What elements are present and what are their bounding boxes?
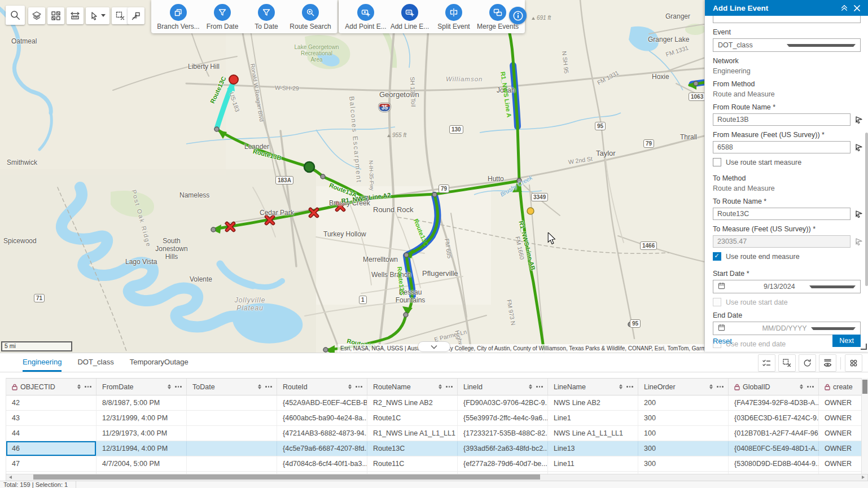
sort-icon[interactable] xyxy=(529,383,532,391)
column-header[interactable]: RouteId xyxy=(277,379,367,395)
sort-icon[interactable] xyxy=(439,383,442,391)
search-button[interactable] xyxy=(6,6,25,25)
clear-table-selection-button[interactable] xyxy=(778,354,796,372)
table-cell[interactable]: NWS Line A1_L1_LL1 xyxy=(548,426,638,441)
sort-icon[interactable] xyxy=(800,383,803,391)
clear-selection-button[interactable] xyxy=(112,7,129,24)
add-line-event-button[interactable]: Add Line E... xyxy=(389,4,430,30)
reset-link[interactable]: Reset xyxy=(713,337,732,345)
table-cell[interactable]: {393ad56f-2a63-48fd-bc2... xyxy=(458,441,548,456)
next-button[interactable]: Next xyxy=(832,335,861,347)
scroll-right-icon[interactable] xyxy=(862,476,866,479)
close-button[interactable] xyxy=(851,2,863,14)
column-menu-icon[interactable] xyxy=(806,386,815,388)
table-cell[interactable]: OWNER xyxy=(819,426,862,441)
table-row[interactable]: 428/8/1987, 5:00 PM{452A9ABD-E0EF-4CEB-B… xyxy=(6,395,862,411)
attribution-collapse-button[interactable] xyxy=(418,341,450,352)
column-menu-icon[interactable] xyxy=(354,386,363,388)
column-menu-icon[interactable] xyxy=(445,386,454,388)
column-header[interactable]: create xyxy=(819,379,862,395)
table-cell[interactable]: 100 xyxy=(638,426,729,441)
table-cell[interactable]: {53080D9D-ED8B-4044-9... xyxy=(729,456,819,471)
hide-fields-button[interactable] xyxy=(819,354,836,372)
table-cell[interactable] xyxy=(187,395,277,410)
layers-button[interactable] xyxy=(28,7,45,24)
column-menu-icon[interactable] xyxy=(84,386,93,388)
use-route-start-measure-checkbox[interactable] xyxy=(713,158,721,166)
sort-icon[interactable] xyxy=(168,383,171,391)
table-cell[interactable]: NWS Line AB2 xyxy=(548,395,638,410)
split-event-button[interactable]: Split Event xyxy=(433,4,474,30)
table-cell[interactable]: Route1C xyxy=(367,411,458,425)
edit-tool-button[interactable] xyxy=(128,7,144,24)
sort-icon[interactable] xyxy=(619,383,622,391)
select-on-map-icon[interactable] xyxy=(854,236,864,247)
sort-icon[interactable] xyxy=(348,383,352,391)
select-button[interactable] xyxy=(86,7,109,24)
table-cell[interactable]: R1_NWS Line A1_L1_LL1 xyxy=(367,426,458,441)
show-selected-button[interactable] xyxy=(758,354,775,372)
table-row[interactable]: 4612/31/1994, 4:00 PM{4c5e79a6-6687-4207… xyxy=(6,441,862,456)
to-measure-input[interactable] xyxy=(713,235,851,248)
table-cell[interactable]: {4d7084c8-6cf4-40f1-ba3... xyxy=(277,456,367,471)
tab-dot-class[interactable]: DOT_class xyxy=(77,353,113,372)
table-cell[interactable] xyxy=(187,456,277,471)
table-cell[interactable]: {17233217-535B-488C-82... xyxy=(458,426,548,441)
table-cell[interactable]: 12/31/1994, 4:00 PM xyxy=(97,441,187,456)
table-cell[interactable]: Line1 xyxy=(548,411,638,425)
table-cell[interactable]: OWNER xyxy=(819,395,862,410)
table-cell[interactable]: {012B70B1-A2F7-4A4F-96... xyxy=(729,426,819,441)
table-cell[interactable]: OWNER xyxy=(819,411,862,425)
refresh-button[interactable] xyxy=(799,354,816,372)
branch-versions-button[interactable]: Branch Vers... xyxy=(158,4,199,30)
select-on-map-icon[interactable] xyxy=(854,209,864,219)
scrollbar-thumb[interactable] xyxy=(33,474,540,480)
to-date-button[interactable]: To Date xyxy=(246,4,287,30)
table-cell[interactable]: 44 xyxy=(6,426,97,441)
table-cell[interactable]: {4600abc5-ba90-4e24-8a... xyxy=(277,411,367,425)
sort-icon[interactable] xyxy=(709,383,713,391)
table-cell[interactable]: Route11C xyxy=(367,456,458,471)
clipped-field[interactable] xyxy=(713,16,861,23)
from-date-button[interactable]: From Date xyxy=(202,4,243,30)
event-select[interactable]: DOT_class xyxy=(713,38,861,52)
to-route-input[interactable] xyxy=(713,208,851,220)
use-route-end-measure-checkbox[interactable] xyxy=(713,252,721,261)
table-cell[interactable]: OWNER xyxy=(819,456,862,471)
column-menu-icon[interactable] xyxy=(174,386,183,388)
table-cell[interactable]: Line11 xyxy=(548,456,638,471)
column-menu-icon[interactable] xyxy=(625,386,634,388)
table-cell[interactable]: 43 xyxy=(6,411,97,425)
table-cell[interactable]: 4/7/2004, 5:00 PM xyxy=(97,456,187,471)
table-cell[interactable]: 8/8/1987, 5:00 PM xyxy=(97,395,187,410)
table-cell[interactable]: 47 xyxy=(6,456,97,471)
table-cell[interactable]: 42 xyxy=(6,395,97,410)
vertical-scrollbar[interactable] xyxy=(861,378,868,475)
scrollbar-thumb[interactable] xyxy=(862,380,867,394)
basemap-button[interactable] xyxy=(47,7,64,24)
column-header[interactable]: GlobalID xyxy=(729,379,819,395)
table-options-button[interactable] xyxy=(845,354,862,372)
table-cell[interactable]: 46 xyxy=(6,441,97,456)
table-cell[interactable]: Route13C xyxy=(367,441,458,456)
end-date-select[interactable]: MM/DD/YYYY xyxy=(713,322,861,335)
column-header[interactable]: ToDate xyxy=(187,379,277,395)
column-header[interactable]: RouteName xyxy=(367,379,458,395)
map-view[interactable]: Oatmeal Liberty Hill Smithwick Nameless … xyxy=(0,0,704,353)
table-cell[interactable]: {55e3997d-2ffc-4e4c-9a6... xyxy=(458,411,548,425)
table-cell[interactable] xyxy=(187,441,277,456)
table-row[interactable]: 4411/29/1973, 4:00 PM{47214AB3-6882-4873… xyxy=(6,426,862,441)
table-cell[interactable]: 12/31/1999, 4:00 PM xyxy=(97,411,187,425)
collapse-button[interactable] xyxy=(838,2,851,14)
table-cell[interactable] xyxy=(187,426,277,441)
column-header[interactable]: LineId xyxy=(458,379,548,395)
table-cell[interactable]: OWNER xyxy=(819,441,862,456)
table-cell[interactable]: {47214AB3-6882-4873-94... xyxy=(277,426,367,441)
column-menu-icon[interactable] xyxy=(535,386,544,388)
sort-icon[interactable] xyxy=(77,383,81,391)
column-header[interactable]: LineOrder xyxy=(638,379,729,395)
table-row[interactable]: 474/7/2004, 5:00 PM{4d7084c8-6cf4-40f1-b… xyxy=(6,456,862,472)
select-on-map-icon[interactable] xyxy=(854,142,864,152)
table-cell[interactable]: 300 xyxy=(638,411,729,425)
table-cell[interactable]: 200 xyxy=(638,395,729,410)
